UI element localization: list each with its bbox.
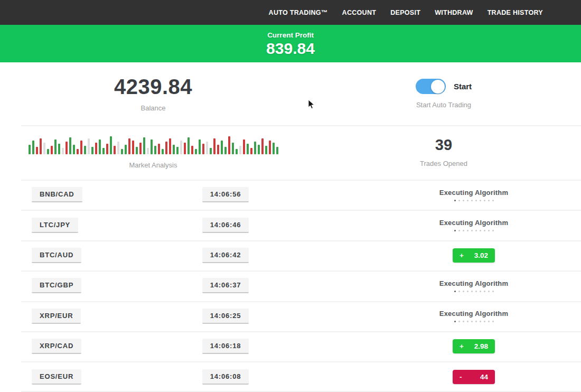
progress-dot xyxy=(458,230,460,231)
market-bar xyxy=(121,149,123,154)
time-badge: 14:06:42 xyxy=(202,248,249,263)
progress-dot xyxy=(454,200,456,201)
market-bar xyxy=(243,139,245,154)
executing-label: Executing Algorithm xyxy=(439,310,508,318)
market-analysis-label: Market Analysis xyxy=(129,161,177,169)
executing-status: Executing Algorithm xyxy=(439,219,508,231)
market-bar xyxy=(106,144,108,154)
progress-dot xyxy=(454,291,456,292)
trades-opened-value: 39 xyxy=(435,137,452,153)
result-sign: - xyxy=(460,373,462,381)
market-bar xyxy=(114,146,116,154)
progress-dots xyxy=(454,291,494,292)
progress-dot xyxy=(458,200,460,201)
market-bar xyxy=(254,142,256,154)
progress-dot xyxy=(492,321,494,322)
pair-badge[interactable]: BTC/AUD xyxy=(32,248,81,263)
market-bar xyxy=(110,136,112,154)
market-bar xyxy=(77,149,79,154)
market-bar xyxy=(91,147,93,154)
trade-row: BNB/CAD 14:06:56 Executing Algorithm xyxy=(0,180,581,210)
progress-dot xyxy=(488,230,490,231)
market-bar xyxy=(139,143,142,154)
progress-dot xyxy=(467,291,468,292)
nav-withdraw[interactable]: WITHDRAW xyxy=(435,9,473,16)
progress-dot xyxy=(475,230,477,231)
progress-dot xyxy=(484,321,485,322)
market-bar xyxy=(206,142,208,154)
auto-trading-toggle[interactable] xyxy=(416,79,446,94)
market-bar xyxy=(88,138,90,154)
progress-dot xyxy=(467,230,468,231)
pair-badge[interactable]: BTC/GBP xyxy=(32,278,81,293)
market-bar xyxy=(58,144,60,154)
market-bar xyxy=(102,148,105,154)
market-bar xyxy=(95,143,97,154)
balance-stat: 4239.84 Balance xyxy=(0,62,306,125)
market-bar xyxy=(54,139,57,154)
market-bar xyxy=(169,138,171,154)
progress-dots xyxy=(454,321,494,322)
market-bar xyxy=(62,148,64,154)
time-badge: 14:06:56 xyxy=(202,187,249,202)
progress-dot xyxy=(454,230,456,231)
toggle-label: Start xyxy=(454,82,472,91)
market-bar xyxy=(195,149,197,154)
market-bar xyxy=(84,146,86,154)
market-bar xyxy=(158,144,160,154)
market-bar xyxy=(128,138,130,154)
progress-dot xyxy=(467,200,468,201)
progress-dot xyxy=(488,200,490,201)
progress-dot xyxy=(458,321,460,322)
market-bar xyxy=(188,137,190,154)
market-bar xyxy=(217,145,219,154)
trade-row: BTC/GBP 14:06:37 Executing Algorithm xyxy=(0,270,581,301)
auto-trading-stat: Start Start Auto Trading xyxy=(306,62,581,125)
trade-row: BTC/AUD 14:06:42 + 3.02 xyxy=(0,240,581,270)
pair-badge[interactable]: EOS/EUR xyxy=(32,369,81,385)
progress-dot xyxy=(492,230,494,231)
market-bar xyxy=(73,145,75,154)
pair-badge[interactable]: XRP/CAD xyxy=(32,339,81,354)
progress-dot xyxy=(492,200,494,201)
market-bar xyxy=(80,141,82,154)
executing-label: Executing Algorithm xyxy=(439,219,508,227)
progress-dot xyxy=(480,321,481,322)
market-bar xyxy=(250,148,252,154)
market-analysis-stat: Market Analysis xyxy=(0,125,306,180)
executing-status: Executing Algorithm xyxy=(439,310,508,322)
market-bar xyxy=(117,142,119,154)
nav-account[interactable]: ACCOUNT xyxy=(342,9,377,16)
pair-badge[interactable]: XRP/EUR xyxy=(32,309,81,324)
market-section: Market Analysis 39 Trades Opened xyxy=(0,125,581,180)
market-bar xyxy=(143,137,145,154)
pair-badge[interactable]: BNB/CAD xyxy=(32,187,82,202)
nav-deposit[interactable]: DEPOSIT xyxy=(390,9,420,16)
trades-opened-label: Trades Opened xyxy=(420,160,467,167)
executing-status: Executing Algorithm xyxy=(439,279,508,292)
market-bar xyxy=(221,141,223,154)
time-badge: 14:06:08 xyxy=(202,369,249,385)
market-bar xyxy=(43,143,45,154)
progress-dot xyxy=(471,230,473,231)
market-bar xyxy=(29,145,31,154)
progress-dot xyxy=(471,321,473,322)
progress-dot xyxy=(463,230,464,231)
time-badge: 14:06:37 xyxy=(202,278,249,293)
market-bar xyxy=(51,146,53,154)
market-bar xyxy=(199,139,201,154)
current-profit-banner: Current Profit 839.84 xyxy=(0,25,581,62)
result-sign: + xyxy=(460,251,464,259)
market-bar xyxy=(36,147,38,154)
executing-status: Executing Algorithm xyxy=(439,189,508,201)
nav-auto-trading[interactable]: AUTO TRADING™ xyxy=(269,9,328,16)
pair-badge[interactable]: LTC/JPY xyxy=(32,218,78,233)
result-badge: + 2.98 xyxy=(453,339,495,353)
progress-dot xyxy=(475,321,477,322)
progress-dot xyxy=(475,200,477,201)
time-badge: 14:06:18 xyxy=(202,339,249,354)
market-bar xyxy=(258,145,260,154)
nav-trade-history[interactable]: TRADE HISTORY xyxy=(488,9,543,16)
result-value: 2.98 xyxy=(474,342,488,350)
market-bar xyxy=(184,143,186,154)
